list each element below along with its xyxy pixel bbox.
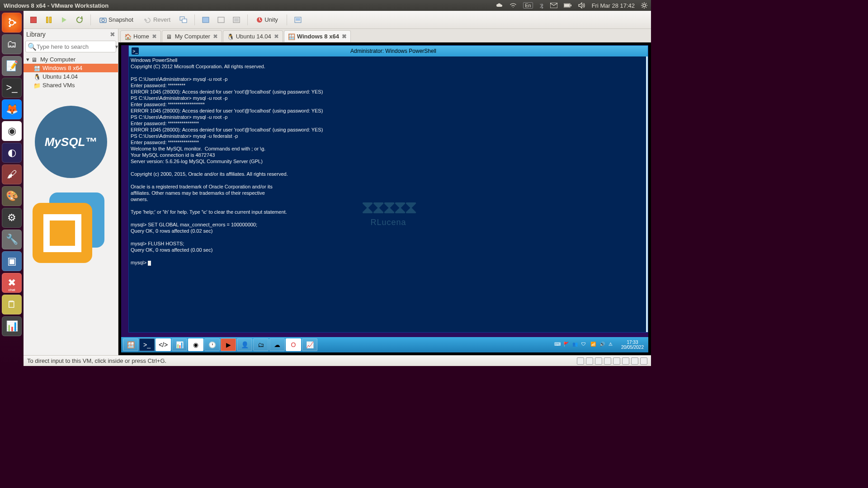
tree-my-computer[interactable]: ▾🖥My Computer [24,55,118,64]
svg-point-7 [9,25,11,27]
status-usb-icon[interactable] [613,357,620,365]
suspend-button[interactable] [42,14,55,26]
tab-close-icon[interactable]: ✖ [274,33,279,40]
terminal-icon[interactable]: >_ [2,78,22,98]
bluetooth-icon[interactable] [539,2,544,9]
cloud-icon[interactable] [496,2,503,9]
tab-close-icon[interactable]: ✖ [152,33,157,40]
view-single-button[interactable] [199,14,212,26]
taskbar-app-chart[interactable]: 📊 [172,338,187,351]
tree-ubuntu[interactable]: 🐧Ubuntu 14.04 [24,72,118,81]
tab-ubuntu[interactable]: 🐧Ubuntu 14.04✖ [223,30,283,42]
tray-user-icon[interactable]: 👥 [572,342,579,348]
view-multi-button[interactable] [215,14,227,26]
vm-tabs: 🏠Home✖ 🖥My Computer✖ 🐧Ubuntu 14.04✖ 🪟Win… [118,29,651,42]
tray-vol-icon[interactable]: 🔊 [599,342,606,348]
tray-warn-icon[interactable]: ⚠ [609,342,615,348]
vm-screen[interactable]: >_ Administrator: Windows PowerShell Win… [118,42,651,355]
statusbar-hint: To direct input to this VM, click inside… [27,357,166,364]
search-icon: 🔍 [28,42,37,51]
svg-point-6 [9,18,11,20]
status-print-icon[interactable] [631,357,638,365]
taskbar-powershell[interactable]: >_ [139,338,155,351]
scrollbar[interactable] [646,56,648,332]
windows8-desktop[interactable]: >_ Administrator: Windows PowerShell Win… [121,45,648,352]
snapshot-button[interactable]: Snapshot [95,14,137,26]
tools-icon[interactable]: 🖌 [2,164,22,184]
text-editor-icon[interactable]: 📝 [2,56,22,76]
tab-close-icon[interactable]: ✖ [342,33,347,40]
svg-point-5 [14,22,16,24]
view-fullscreen-button[interactable] [230,14,243,26]
library-search-input[interactable] [37,43,113,50]
taskbar-chrome[interactable]: ◉ [188,338,203,351]
tab-close-icon[interactable]: ✖ [213,33,218,40]
status-sound-icon[interactable] [622,357,629,365]
power-off-button[interactable] [27,14,40,26]
notes-icon[interactable]: 🗒 [2,295,22,314]
volume-icon[interactable] [578,2,585,9]
status-floppy-icon[interactable] [595,357,602,365]
status-display-icon[interactable] [640,357,647,365]
revert-button[interactable]: Revert [140,14,175,26]
files-icon[interactable]: 🗂 [2,34,22,54]
powershell-window[interactable]: >_ Administrator: Windows PowerShell Win… [128,45,648,333]
taskbar-app-note[interactable]: 📈 [302,338,317,351]
vmware-launcher-icon[interactable]: ▣ [2,251,22,271]
view-console-button[interactable] [292,14,304,26]
firefox-icon[interactable]: 🦊 [2,99,22,119]
language-indicator[interactable]: En [523,2,533,9]
powershell-console[interactable]: Windows PowerShell Copyright (C) 2012 Mi… [129,56,646,332]
eclipse-icon[interactable]: ◐ [2,143,22,163]
gear-icon[interactable] [641,2,647,9]
tray-net-icon[interactable]: 📶 [590,342,597,348]
tab-home[interactable]: 🏠Home✖ [120,30,161,42]
xchat-icon[interactable]: ✖chat [2,273,22,293]
statusbar-icons [577,357,647,365]
taskbar-app-code[interactable]: </> [156,338,171,351]
taskbar-app-clock[interactable]: 🕐 [204,338,220,351]
library-panel: Library ✖ 🔍 ▼ ▾🖥My Computer 🪟Windows 8 x… [24,29,118,355]
vm-area: 🏠Home✖ 🖥My Computer✖ 🐧Ubuntu 14.04✖ 🪟Win… [118,29,651,355]
tab-windows8[interactable]: 🪟Windows 8 x64✖ [284,30,351,42]
taskbar-app-opera[interactable]: O [286,338,301,351]
settings-app-icon[interactable]: ⚙ [2,208,22,228]
taskbar-app-net[interactable]: 👤 [237,338,252,351]
svg-point-4 [9,20,14,25]
gimp-icon[interactable]: 🎨 [2,186,22,206]
tree-shared-vms[interactable]: 📁Shared VMs [24,81,118,89]
ubuntu-dash-icon[interactable] [2,13,22,33]
search-dropdown-icon[interactable]: ▼ [113,44,121,49]
clock-text[interactable]: Fri Mar 28 17:42 [592,2,635,9]
unity-button[interactable]: Unity [252,14,282,26]
chrome-icon[interactable]: ◉ [2,121,22,141]
system-settings-icon[interactable]: 🔧 [2,230,22,249]
svg-rect-13 [218,17,224,23]
play-button[interactable] [58,14,71,26]
start-button[interactable]: 🪟 [123,338,138,351]
status-cd-icon[interactable] [586,357,593,365]
powershell-titlebar[interactable]: >_ Administrator: Windows PowerShell [129,46,648,56]
library-close-icon[interactable]: ✖ [110,31,115,38]
restart-button[interactable] [73,14,86,26]
tree-windows8[interactable]: 🪟Windows 8 x64 [24,64,118,72]
tray-flag-icon[interactable]: 🚩 [563,342,570,348]
taskbar-app-red[interactable]: ▶ [221,338,236,351]
system-monitor-icon[interactable]: 📊 [2,316,22,336]
snapshot-manager-button[interactable] [177,14,190,26]
library-search[interactable]: 🔍 ▼ [25,41,116,52]
windows-clock[interactable]: 17:33 20/05/2022 [618,340,646,350]
status-net-icon[interactable] [604,357,611,365]
keyboard-icon[interactable]: ⌨ [554,342,561,348]
wifi-icon[interactable] [509,2,517,9]
vmware-logo [33,186,109,263]
windows-tray[interactable]: ⌨ 🚩 👥 🛡 📶 🔊 ⚠ [552,342,618,348]
taskbar-app-files[interactable]: 🗂 [253,338,269,351]
status-hd-icon[interactable] [577,357,584,365]
tab-mycomputer[interactable]: 🖥My Computer✖ [162,30,222,42]
taskbar-app-cloud[interactable]: ☁ [269,338,285,351]
mail-icon[interactable] [550,3,557,8]
battery-icon[interactable] [564,3,572,8]
tray-shield-icon[interactable]: 🛡 [581,342,588,348]
vmware-statusbar: To direct input to this VM, click inside… [24,355,651,366]
